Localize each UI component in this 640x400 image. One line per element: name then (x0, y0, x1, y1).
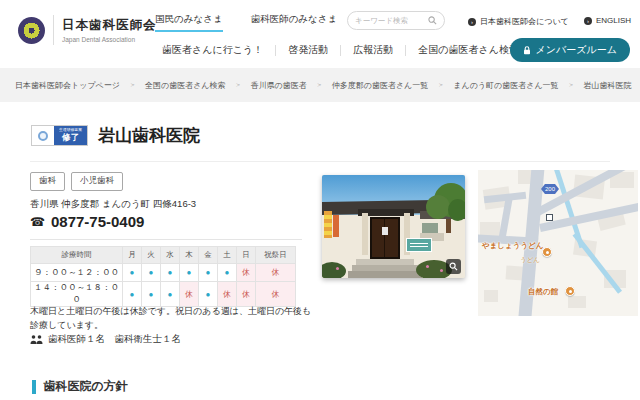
photo-entrance-door (370, 217, 400, 259)
map-poi-udon-label[interactable]: やましょううどん (482, 241, 543, 251)
people-icon (30, 335, 43, 344)
map-building (568, 296, 586, 308)
staff-text: 歯科医師１名 歯科衛生士１名 (48, 333, 181, 346)
location-map[interactable]: 200 やましょううどん うどん 自然の館 (478, 170, 638, 316)
map-poi-building-icon (546, 214, 553, 221)
schedule-cell: ● (161, 282, 180, 307)
photo-zoom-button[interactable] (446, 259, 461, 274)
morning-hours: ９：００～１２：００ (31, 264, 123, 282)
schedule-cell: ● (161, 264, 180, 282)
breadcrumb: 日本歯科医師会トップページ ＞ 全国の歯医者さん検索 ＞ 香川県の歯医者 ＞ 仲… (0, 68, 640, 102)
schedule-cell: ● (123, 264, 142, 282)
photo-window (422, 223, 438, 233)
photo-tree-trunk (446, 219, 451, 233)
phone-link[interactable]: ☎ 0877-75-0409 (30, 213, 144, 230)
schedule-cell: ● (123, 282, 142, 307)
phone-icon: ☎ (30, 215, 45, 229)
keyword-search[interactable] (347, 11, 445, 30)
logo-divider (53, 15, 54, 45)
search-input[interactable] (355, 16, 428, 25)
photo-flower (426, 265, 429, 268)
photo-banner-flag (324, 211, 332, 238)
audience-nav: 国民のみなさま 歯科医師のみなさま (155, 13, 337, 32)
schedule-header-row: 診療時間 月 火 水 木 金 土 日 祝祭日 (31, 247, 296, 264)
breadcrumb-search[interactable]: 全国の歯医者さん検索 (145, 80, 226, 91)
schedule-cell: ● (199, 282, 218, 307)
col-hours: 診療時間 (31, 247, 123, 264)
clinic-title-row: 生涯研修事業 修了 岩山歯科医院 (31, 124, 200, 147)
nav-citizens[interactable]: 国民のみなさま (155, 13, 223, 32)
link-about-jda[interactable]: › 日本歯科医師会について (468, 16, 569, 27)
members-room-label: メンバーズルーム (536, 43, 617, 57)
badge-small-text: 生涯研修事業 (59, 129, 82, 133)
col-holiday: 祝祭日 (256, 247, 296, 264)
col-wed: 水 (161, 247, 180, 264)
schedule-cell: 休 (180, 282, 199, 307)
tag-pediatric-dentistry: 小児歯科 (71, 172, 123, 191)
col-thu: 木 (180, 247, 199, 264)
schedule-cell: ● (142, 264, 161, 282)
staff-info: 歯科医師１名 歯科衛生士１名 (30, 333, 181, 346)
col-mon: 月 (123, 247, 142, 264)
photo-porch-column (362, 213, 368, 255)
nav-dentists[interactable]: 歯科医師のみなさま (251, 13, 338, 32)
heading-accent-bar (32, 380, 36, 394)
breadcrumb-town[interactable]: まんのう町の歯医者さん一覧 (453, 80, 558, 91)
photo-signboard (406, 238, 432, 252)
clinic-name: 岩山歯科医院 (98, 124, 200, 147)
map-river (573, 232, 622, 293)
breadcrumb-separator: ＞ (568, 80, 575, 90)
english-label: ENGLISH (596, 16, 631, 25)
members-room-button[interactable]: メンバーズルーム (510, 38, 630, 62)
nav-pr[interactable]: 広報活動 (341, 43, 405, 57)
nav-go-to-dentist[interactable]: 歯医者さんに行こう！ (150, 43, 275, 57)
breadcrumb-separator: ＞ (129, 80, 136, 90)
afternoon-hours: １４：００～１８：００ (31, 282, 123, 307)
policy-heading-text: 歯科医院の方針 (44, 378, 128, 395)
schedule-row-afternoon: １４：００～１８：００ ● ● ● 休 ● 休 休 休 (31, 282, 296, 307)
route-shield: 200 (541, 184, 559, 194)
map-poi-restaurant-icon[interactable] (542, 247, 552, 257)
specialty-tags: 歯科 小児歯科 (30, 172, 123, 191)
badge-large-text: 修了 (62, 133, 79, 142)
schedule-cell: 休 (218, 282, 237, 307)
photo-door-notice (382, 227, 388, 235)
photo-steps (348, 271, 422, 278)
map-poi-nature-label[interactable]: 自然の館 (528, 287, 558, 297)
logo-subtitle: Japan Dental Association (62, 36, 157, 43)
col-fri: 金 (199, 247, 218, 264)
schedule-row-morning: ９：００～１２：００ ● ● ● ● ● ● 休 休 (31, 264, 296, 282)
map-poi-udon-sublabel: うどん (520, 256, 540, 265)
schedule-cell: 休 (256, 282, 296, 307)
site-logo[interactable]: 日本歯科医師会 Japan Dental Association (18, 15, 157, 45)
search-icon (428, 16, 437, 25)
schedule-cell: ● (218, 264, 237, 282)
clinic-photo[interactable] (322, 175, 465, 278)
schedule-cell: ● (199, 264, 218, 282)
badge-text-area: 生涯研修事業 修了 (54, 126, 87, 145)
link-english[interactable]: › ENGLISH (584, 16, 631, 25)
breadcrumb-district[interactable]: 仲多度郡の歯医者さん一覧 (332, 80, 429, 91)
breadcrumb-prefecture[interactable]: 香川県の歯医者 (251, 80, 307, 91)
map-poi-place-icon[interactable] (565, 286, 575, 296)
schedule-cell: 休 (237, 264, 256, 282)
schedule-cell: 休 (237, 282, 256, 307)
title-divider (30, 161, 610, 162)
section-divider (30, 239, 302, 240)
site-header: 日本歯科医師会 Japan Dental Association 国民のみなさま… (0, 0, 640, 68)
schedule-note: 木曜日と土曜日の午後は休診です。祝日のある週は、土曜日の午後も診療しています。 (30, 305, 318, 333)
breadcrumb-separator: ＞ (437, 80, 444, 90)
jda-emblem-icon (18, 17, 45, 44)
photo-flower (336, 267, 339, 270)
breadcrumb-home[interactable]: 日本歯科医師会トップページ (15, 80, 120, 91)
phone-number: 0877-75-0409 (51, 213, 144, 230)
breadcrumb-separator: ＞ (235, 80, 242, 90)
breadcrumb-separator: ＞ (316, 80, 323, 90)
badge-emblem-area (32, 126, 54, 145)
logo-text: 日本歯科医師会 Japan Dental Association (62, 17, 157, 43)
nav-awareness[interactable]: 啓発活動 (276, 43, 340, 57)
main-nav: 歯医者さんに行こう！ 啓発活動 広報活動 全国の歯医者さん検索 (150, 43, 531, 57)
page: 日本歯科医師会 Japan Dental Association 国民のみなさま… (0, 0, 640, 400)
col-sun: 日 (237, 247, 256, 264)
lock-icon (523, 46, 531, 55)
